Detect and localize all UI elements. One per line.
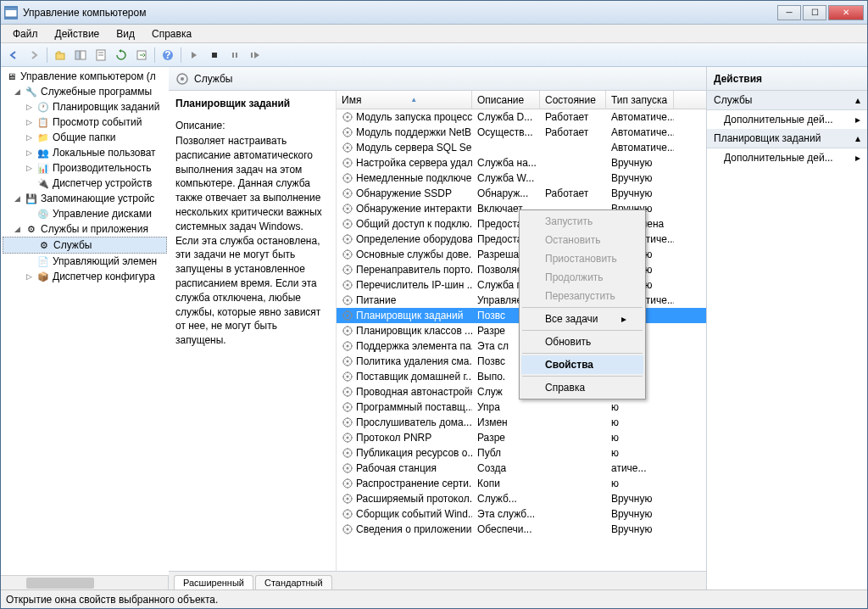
actions-more-services[interactable]: Дополнительные дей...▸ <box>707 110 867 129</box>
selected-service-title: Планировщик заданий <box>175 98 329 109</box>
tree-root[interactable]: 🖥Управление компьютером (л <box>3 69 167 84</box>
ctx-start[interactable]: Запустить <box>521 212 643 231</box>
tree-users[interactable]: ▷👥Локальные пользоват <box>3 145 167 160</box>
computer-icon: 🖥 <box>4 70 18 83</box>
export-button[interactable] <box>132 46 151 64</box>
service-row[interactable]: Прослушиватель дома...Изменю <box>337 415 706 430</box>
show-hide-button[interactable] <box>71 46 90 64</box>
menu-file[interactable]: Файл <box>4 26 47 42</box>
service-start-cell: Вручную <box>606 156 674 170</box>
service-row[interactable]: Немедленные подключе...Служба W...Вручну… <box>337 170 706 186</box>
ctx-refresh[interactable]: Обновить <box>521 332 643 351</box>
expand-icon[interactable]: ▷ <box>26 164 36 172</box>
service-row[interactable]: Модуль поддержки NetB...Осуществ...Работ… <box>337 125 706 140</box>
ctx-restart[interactable]: Перезапустить <box>521 287 643 305</box>
tree-services[interactable]: ⚙Службы <box>3 237 167 254</box>
service-row[interactable]: Обнаружение SSDPОбнаруж...РаботаетВручну… <box>337 186 706 201</box>
column-state[interactable]: Состояние <box>540 91 606 109</box>
service-row[interactable]: Сведения о приложенииОбеспечи...Вручную <box>337 522 706 537</box>
stop-button[interactable] <box>205 46 224 64</box>
ctx-help[interactable]: Справка <box>521 378 643 397</box>
menu-help[interactable]: Справка <box>143 26 200 42</box>
service-row[interactable]: Распространение серти...Копию <box>337 476 706 491</box>
service-row[interactable]: Модуль запуска процесс...Служба D...Рабо… <box>337 109 706 125</box>
service-row[interactable]: Расширяемый протокол...Служб...Вручную <box>337 491 706 506</box>
column-label: Имя <box>342 94 361 106</box>
tree-label: Управляющий элемен <box>53 255 157 267</box>
tree-devices[interactable]: 🔌Диспетчер устройств <box>3 176 167 191</box>
ctx-properties[interactable]: Свойства <box>521 355 643 374</box>
scrollbar-thumb[interactable] <box>26 578 94 589</box>
tab-standard[interactable]: Стандартный <box>255 575 332 589</box>
column-name[interactable]: Имя▲ <box>337 91 472 109</box>
back-button[interactable] <box>4 46 23 64</box>
close-button[interactable]: ✕ <box>828 5 864 20</box>
service-row[interactable]: Протокол PNRPРазрею <box>337 430 706 445</box>
tree-storage[interactable]: ◢💾Запоминающие устройс <box>3 191 167 206</box>
service-row[interactable]: Модуль сервера SQL Ser...Автоматиче... <box>337 140 706 155</box>
refresh-button[interactable] <box>112 46 131 64</box>
service-row[interactable]: Рабочая станцияСоздаатиче... <box>337 461 706 476</box>
up-button[interactable] <box>51 46 70 64</box>
svg-point-36 <box>347 254 349 256</box>
ctx-stop[interactable]: Остановить <box>521 231 643 249</box>
service-start-cell: Вручную <box>606 507 674 521</box>
column-startup[interactable]: Тип запуска <box>606 91 674 109</box>
svg-point-44 <box>347 315 349 317</box>
expand-icon[interactable]: ▷ <box>26 118 36 126</box>
properties-button[interactable] <box>92 46 110 64</box>
service-row[interactable]: Настройка сервера удал...Служба на...Вру… <box>337 155 706 170</box>
forward-button[interactable] <box>25 46 43 64</box>
actions-section-services[interactable]: Службы▴ <box>707 91 867 110</box>
help-button[interactable]: ? <box>159 46 177 64</box>
tree-shared[interactable]: ▷📁Общие папки <box>3 130 167 145</box>
menu-action[interactable]: Действие <box>47 26 108 42</box>
service-row[interactable]: Сборщик событий Wind...Эта служб...Вручн… <box>337 506 706 522</box>
service-start-cell: Вручную <box>606 492 674 506</box>
tree-config[interactable]: ▷📦Диспетчер конфигура <box>3 269 167 284</box>
service-name-cell: Модуль поддержки NetB... <box>337 126 472 139</box>
service-state-cell <box>540 406 606 408</box>
ctx-resume[interactable]: Продолжить <box>521 268 643 287</box>
column-description[interactable]: Описание <box>472 91 540 109</box>
ctx-pause[interactable]: Приостановить <box>521 249 643 268</box>
service-row[interactable]: Публикация ресурсов о...Публю <box>337 445 706 461</box>
expand-icon[interactable]: ▷ <box>26 133 36 142</box>
tree-performance[interactable]: ▷📊Производительность <box>3 160 167 176</box>
tree-horizontal-scrollbar[interactable] <box>1 575 168 589</box>
service-name-cell: Обнаружение интеракти... <box>337 202 472 215</box>
maximize-button[interactable]: ☐ <box>803 5 826 20</box>
tree-services-apps[interactable]: ◢⚙Службы и приложения <box>3 221 167 237</box>
tab-extended[interactable]: Расширенный <box>174 575 253 589</box>
tree-wmi[interactable]: 📄Управляющий элемен <box>3 254 167 269</box>
apps-icon: ⚙ <box>25 222 38 236</box>
expand-icon[interactable]: ▷ <box>26 103 36 111</box>
minimize-button[interactable]: ─ <box>777 5 801 20</box>
tree-label: Службы и приложения <box>41 223 148 235</box>
menu-view[interactable]: Вид <box>108 26 143 42</box>
service-name-cell: Поставщик домашней г... <box>337 370 472 383</box>
collapse-icon[interactable]: ◢ <box>14 225 25 233</box>
tree-scheduler[interactable]: ▷🕐Планировщик заданий <box>3 99 167 115</box>
collapse-icon[interactable]: ◢ <box>14 194 25 203</box>
tree-panel[interactable]: 🖥Управление компьютером (л ◢🔧Служебные п… <box>1 67 169 575</box>
toolbar-separator <box>47 47 47 63</box>
expand-icon[interactable]: ▷ <box>26 272 36 281</box>
tree-system-tools[interactable]: ◢🔧Служебные программы <box>3 84 167 99</box>
collapse-icon[interactable]: ◢ <box>14 87 25 96</box>
tree-events[interactable]: ▷📋Просмотр событий <box>3 115 167 130</box>
service-row[interactable]: Программный поставщ...Упраю <box>337 399 706 415</box>
actions-section-scheduler[interactable]: Планировщик заданий▴ <box>707 129 867 148</box>
ctx-all-tasks[interactable]: Все задачи▸ <box>521 310 643 328</box>
tree-disks[interactable]: 💿Управление дисками <box>3 206 167 221</box>
play-button[interactable] <box>185 46 203 64</box>
tree-label: Управление дисками <box>53 208 152 220</box>
gear-icon <box>175 72 189 86</box>
services-list: Имя▲ Описание Состояние Тип запуска Моду… <box>337 91 706 571</box>
restart-button[interactable] <box>246 46 264 64</box>
service-name-cell: Общий доступ к подклю... <box>337 217 472 231</box>
action-label: Дополнительные дей... <box>724 114 833 126</box>
actions-more-scheduler[interactable]: Дополнительные дей...▸ <box>707 148 867 167</box>
pause-button[interactable] <box>225 46 244 64</box>
expand-icon[interactable]: ▷ <box>26 148 36 157</box>
